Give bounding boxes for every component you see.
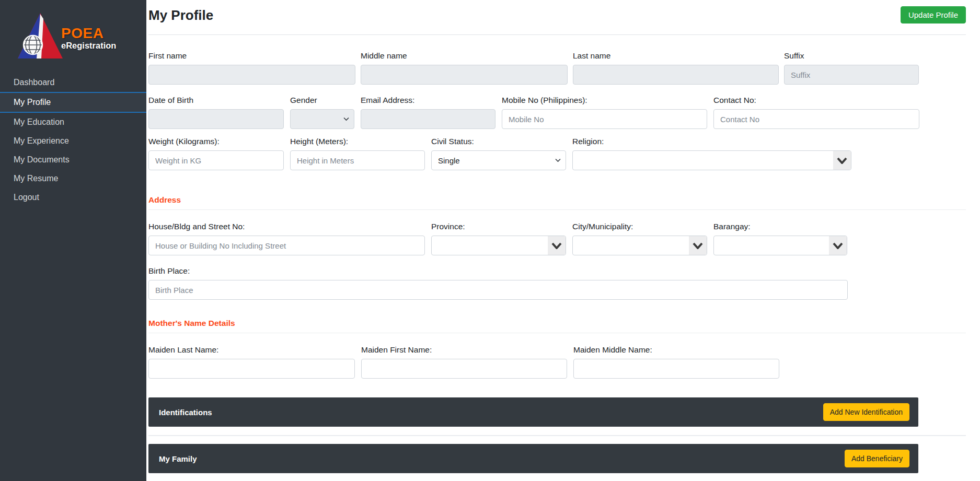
sidebar-item-logout[interactable]: Logout <box>0 188 146 207</box>
barangay-dropdown-toggle[interactable] <box>829 236 847 255</box>
sidebar-item-my-profile[interactable]: My Profile <box>0 92 146 113</box>
date-of-birth-input <box>148 109 284 129</box>
main-content: My Profile Update Profile First name Mid… <box>146 0 980 481</box>
suffix-label: Suffix <box>784 51 919 61</box>
field-province: Province: <box>431 221 566 255</box>
barangay-label: Barangay: <box>713 221 847 232</box>
religion-input[interactable] <box>572 150 851 170</box>
field-maiden-last-name: Maiden Last Name: <box>148 345 355 379</box>
house-street-label: House/Bldg and Street No: <box>148 221 425 232</box>
field-email: Email Address: <box>361 95 495 129</box>
religion-select[interactable] <box>572 150 851 170</box>
first-name-label: First name <box>148 51 355 61</box>
page-title: My Profile <box>148 6 213 24</box>
add-beneficiary-button[interactable]: Add Beneficiary <box>845 450 909 467</box>
maiden-last-name-label: Maiden Last Name: <box>148 345 355 355</box>
field-suffix: Suffix <box>784 51 919 85</box>
gender-label: Gender <box>290 95 354 105</box>
weight-label: Weight (Kilograms): <box>148 136 284 147</box>
barangay-select[interactable] <box>713 236 847 255</box>
religion-dropdown-toggle[interactable] <box>833 151 851 170</box>
city-dropdown-toggle[interactable] <box>689 236 707 255</box>
weight-input[interactable] <box>148 150 284 170</box>
sidebar-item-my-experience[interactable]: My Experience <box>0 132 146 150</box>
field-height: Height (Meters): <box>290 136 425 170</box>
field-first-name: First name <box>148 51 355 85</box>
divider <box>148 209 966 210</box>
maiden-middle-name-label: Maiden Middle Name: <box>573 345 779 355</box>
province-select[interactable] <box>431 236 566 255</box>
field-house-street: House/Bldg and Street No: <box>148 221 425 255</box>
mobile-label: Mobile No (Philippines): <box>502 95 707 105</box>
first-name-input <box>148 65 355 85</box>
sidebar-item-my-education[interactable]: My Education <box>0 113 146 132</box>
identifications-section-bar: Identifications Add New Identification <box>148 397 918 427</box>
logo-subtitle: eRegistration <box>61 41 116 50</box>
gender-select <box>290 109 354 129</box>
religion-label: Religion: <box>572 136 851 147</box>
field-city-municipality: City/Municipality: <box>572 221 707 255</box>
province-label: Province: <box>431 221 566 232</box>
civil-status-select[interactable]: Single <box>431 150 566 170</box>
province-input[interactable] <box>431 236 566 255</box>
chevron-down-icon <box>555 159 561 162</box>
sidebar: POEA eRegistration Dashboard My Profile … <box>0 0 146 481</box>
field-religion: Religion: <box>572 136 851 170</box>
field-contact: Contact No: <box>713 95 919 129</box>
civil-status-label: Civil Status: <box>431 136 566 147</box>
city-municipality-input[interactable] <box>572 236 707 255</box>
divider <box>148 435 966 436</box>
height-input[interactable] <box>290 150 425 170</box>
contact-input[interactable] <box>713 109 919 129</box>
maiden-first-name-label: Maiden First Name: <box>361 345 567 355</box>
field-civil-status: Civil Status: Single <box>431 136 566 170</box>
field-maiden-first-name: Maiden First Name: <box>361 345 567 379</box>
chevron-down-icon <box>343 118 349 121</box>
middle-name-input <box>361 65 568 85</box>
city-municipality-label: City/Municipality: <box>572 221 707 232</box>
field-gender: Gender <box>290 95 354 129</box>
update-profile-button[interactable]: Update Profile <box>901 6 966 24</box>
chevron-down-icon <box>693 242 703 249</box>
my-family-section-bar: My Family Add Beneficiary <box>148 444 918 473</box>
date-of-birth-label: Date of Birth <box>148 95 284 105</box>
province-dropdown-toggle[interactable] <box>548 236 566 255</box>
field-middle-name: Middle name <box>361 51 568 85</box>
poea-triangle-globe-icon <box>16 11 68 64</box>
mobile-input[interactable] <box>502 109 707 129</box>
sidebar-item-my-resume[interactable]: My Resume <box>0 169 146 188</box>
contact-label: Contact No: <box>713 95 919 105</box>
chevron-down-icon <box>837 157 847 164</box>
maiden-last-name-input[interactable] <box>148 359 355 379</box>
maiden-middle-name-input[interactable] <box>573 359 779 379</box>
logo-title: POEA <box>61 26 116 41</box>
my-family-title: My Family <box>159 454 197 463</box>
divider <box>148 34 966 35</box>
field-date-of-birth: Date of Birth <box>148 95 284 129</box>
divider <box>148 333 966 333</box>
birth-place-input[interactable] <box>148 280 848 300</box>
identifications-title: Identifications <box>159 408 212 417</box>
sidebar-item-dashboard[interactable]: Dashboard <box>0 73 146 92</box>
civil-status-value: Single <box>438 156 460 165</box>
field-barangay: Barangay: <box>713 221 847 255</box>
mother-section-title: Mother's Name Details <box>148 319 966 328</box>
field-mobile: Mobile No (Philippines): <box>502 95 707 129</box>
field-maiden-middle-name: Maiden Middle Name: <box>573 345 779 379</box>
sidebar-item-my-documents[interactable]: My Documents <box>0 150 146 169</box>
barangay-input[interactable] <box>713 236 847 255</box>
last-name-label: Last name <box>573 51 779 61</box>
chevron-down-icon <box>551 242 562 249</box>
chevron-down-icon <box>833 242 843 249</box>
field-birth-place: Birth Place: <box>148 266 848 300</box>
height-label: Height (Meters): <box>290 136 425 147</box>
suffix-input <box>784 65 919 85</box>
city-municipality-select[interactable] <box>572 236 707 255</box>
poea-logo: POEA eRegistration <box>0 0 146 73</box>
maiden-first-name-input[interactable] <box>361 359 567 379</box>
middle-name-label: Middle name <box>361 51 568 61</box>
birth-place-label: Birth Place: <box>148 266 848 276</box>
add-new-identification-button[interactable]: Add New Identification <box>823 403 909 421</box>
house-street-input[interactable] <box>148 236 425 255</box>
last-name-input <box>573 65 779 85</box>
